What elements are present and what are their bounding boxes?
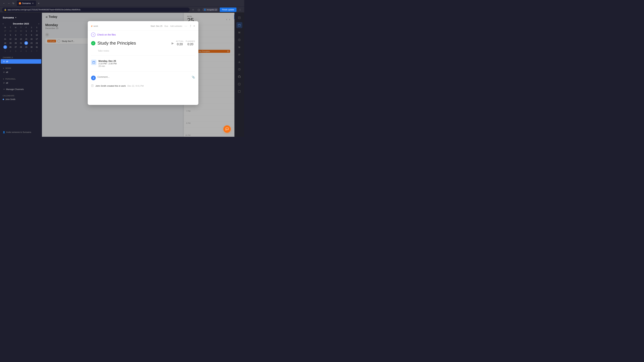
cal-day[interactable]: 7 [35, 49, 38, 53]
cal-day[interactable]: 30 [19, 29, 23, 33]
created-date: Dec 22, 9:41 PM [128, 85, 144, 87]
sidebar-item-personal-all[interactable]: # all [1, 81, 41, 85]
browser-chrome: ← → ↻ S Sunsama ✕ + [0, 0, 244, 7]
cal-day[interactable]: 30 [30, 45, 33, 49]
cal-day[interactable]: 18 [3, 41, 7, 45]
bookmark-button[interactable]: ☆ [191, 7, 196, 12]
tab-favicon: S [19, 2, 21, 4]
incognito-badge: 👤 Incognito (2) [202, 8, 218, 11]
cal-day[interactable]: 26 [8, 45, 12, 49]
cal-day[interactable]: 14 [19, 37, 23, 41]
cal-prev-button[interactable]: ‹ [3, 22, 4, 25]
cal-day[interactable]: 31 [35, 45, 38, 49]
attachment-button[interactable]: 📎 [192, 76, 195, 79]
sidebar-item-work-all[interactable]: # all [1, 70, 41, 74]
cal-day[interactable]: 17 [35, 37, 38, 41]
cal-day[interactable]: 11 [3, 37, 7, 41]
forward-button[interactable]: → [7, 1, 11, 5]
cal-day[interactable]: 23 [30, 41, 33, 45]
app-menu-chevron[interactable]: ▼ [15, 16, 17, 18]
address-bar-row: 🔒 app.sunsama.com/group/1703182764469638… [0, 7, 244, 13]
task-title: Study the Principles [98, 40, 170, 46]
cal-day[interactable]: 3 [14, 49, 18, 53]
due-label[interactable]: Due [164, 25, 168, 27]
cal-header-t1: T [8, 26, 13, 29]
created-icon [91, 84, 94, 87]
task-modal: # work Start: Dec 25 Due Add subtasks ⋯ … [88, 21, 198, 105]
cal-day[interactable]: 2 [8, 49, 12, 53]
cal-day[interactable]: 5 [8, 33, 12, 37]
cal-header-s1: S [29, 26, 34, 29]
cal-day[interactable]: 24 [35, 41, 38, 45]
browser-controls: ← → ↻ [2, 1, 16, 5]
notes-area[interactable]: Take notes [88, 47, 198, 53]
sidebar-item-label: all [6, 60, 8, 63]
manage-channels-button[interactable]: + Manage Channels [3, 87, 38, 91]
expand-button[interactable]: ⤴ [189, 24, 192, 28]
cal-day[interactable]: 2 [30, 29, 33, 33]
subtask-check-row: ● Check on the files [88, 30, 198, 37]
sidebar-toggle-button[interactable]: ▢ [197, 7, 201, 12]
modal-close-button[interactable]: × [193, 24, 195, 28]
cal-day[interactable]: 21 [19, 41, 23, 45]
more-options-button[interactable]: ⋯ [184, 24, 188, 28]
cal-day-today[interactable]: 22 [24, 41, 28, 45]
task-play-button[interactable]: ▶ [172, 41, 174, 45]
collapse-icon: ▼ [3, 78, 4, 80]
cal-day[interactable]: 6 [30, 49, 33, 53]
cal-day[interactable]: 9 [30, 33, 33, 37]
cal-day[interactable]: 12 [8, 37, 12, 41]
add-subtasks-label[interactable]: Add subtasks [170, 25, 182, 27]
cal-day[interactable]: 27 [3, 29, 7, 33]
modal-comment-area: J 📎 [88, 73, 198, 82]
cal-day[interactable]: 27 [14, 45, 18, 49]
cal-day[interactable]: 29 [24, 45, 28, 49]
cal-day[interactable]: 1 [3, 49, 7, 53]
comment-input[interactable] [98, 76, 190, 78]
overlay[interactable]: # work Start: Dec 25 Due Add subtasks ⋯ … [42, 13, 244, 137]
tab-close-button[interactable]: ✕ [32, 2, 34, 5]
cal-next-button[interactable]: › [38, 22, 39, 25]
check-icon: ✓ [92, 42, 94, 44]
address-bar[interactable]: 🔒 app.sunsama.com/group/1703182764469638… [2, 7, 190, 12]
back-button[interactable]: ← [2, 1, 6, 5]
cal-header-f: F [24, 26, 29, 29]
cal-day[interactable]: 28 [19, 45, 23, 49]
tab-title: Sunsama [22, 2, 31, 4]
cal-day[interactable]: 28 [8, 29, 12, 33]
cal-day[interactable]: 5 [24, 49, 28, 53]
calendar-item-john[interactable]: John Smith [0, 97, 42, 101]
cal-day[interactable]: 3 [35, 29, 38, 33]
channels-section: CHANNELS # all [0, 54, 42, 65]
mini-cal-grid: M T W T F S S 27 28 29 30 1 2 3 4 5 6 7 [3, 26, 39, 53]
sidebar-item-all[interactable]: # all [1, 59, 41, 64]
cal-day[interactable]: 10 [35, 33, 38, 37]
invite-button[interactable]: 👤 Invite someone to Sunsama [3, 131, 39, 133]
active-tab[interactable]: S Sunsama ✕ [17, 1, 36, 6]
cal-day[interactable]: 20 [14, 41, 18, 45]
manage-channels-label: Manage Channels [6, 88, 24, 90]
cal-day[interactable]: 7 [19, 33, 23, 37]
new-tab-button[interactable]: + [37, 1, 41, 5]
cal-day[interactable]: 6 [14, 33, 18, 37]
cal-day[interactable]: 4 [19, 49, 23, 53]
subtask-label[interactable]: Check on the files [97, 33, 116, 36]
cal-day[interactable]: 8 [24, 33, 28, 37]
task-complete-button[interactable]: ✓ [91, 41, 96, 45]
cal-day-selected[interactable]: 25 [3, 45, 7, 49]
finish-update-button[interactable]: Finish update [220, 7, 236, 12]
chat-fab-button[interactable] [224, 125, 231, 133]
cal-day[interactable]: 19 [8, 41, 12, 45]
cal-day[interactable]: 1 [24, 29, 28, 33]
cal-day[interactable]: 13 [14, 37, 18, 41]
cal-day[interactable]: 15 [24, 37, 28, 41]
cal-day[interactable]: 16 [30, 37, 33, 41]
refresh-button[interactable]: ↻ [12, 1, 16, 5]
modal-actions: ⋯ ⤴ × [184, 24, 195, 28]
channel-name: work [94, 25, 98, 27]
cal-day[interactable]: 4 [3, 33, 7, 37]
person-add-icon: 👤 [3, 131, 5, 133]
personal-title: ▼ PERSONAL [0, 77, 42, 81]
chrome-menu-button[interactable]: ⋮ [238, 7, 242, 12]
cal-day[interactable]: 29 [14, 29, 18, 33]
